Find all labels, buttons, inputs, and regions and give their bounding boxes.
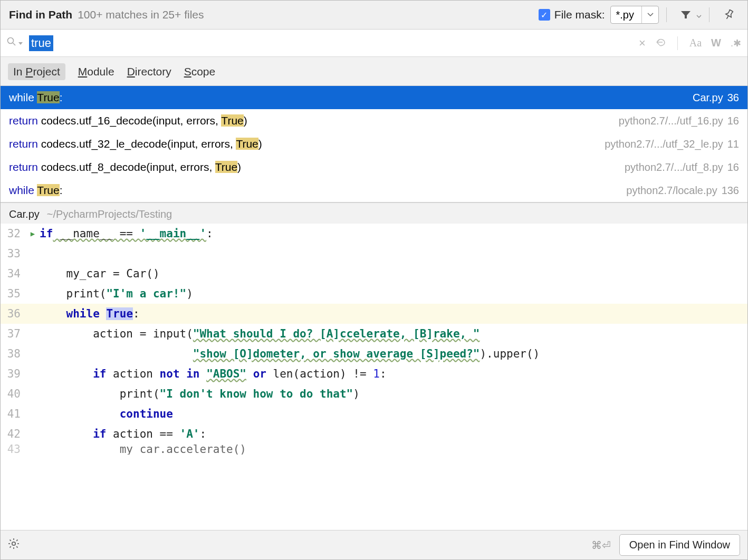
line-number: 32 (1, 224, 26, 244)
result-row[interactable]: while True:python2.7/locale.py136 (1, 179, 747, 202)
match-case-icon[interactable]: Aa (689, 37, 702, 49)
shortcut-hint: ⌘⏎ (591, 539, 611, 552)
search-input[interactable]: true (29, 30, 639, 56)
bottom-bar: ⌘⏎ Open in Find Window (1, 530, 747, 559)
search-history-dropdown-icon[interactable] (18, 41, 23, 46)
search-icon (7, 37, 16, 49)
open-in-find-window-button[interactable]: Open in Find Window (619, 534, 740, 556)
filter-dropdown-icon[interactable] (696, 8, 702, 21)
result-code: while True: (9, 184, 620, 197)
pin-icon[interactable] (718, 6, 739, 24)
chevron-down-icon[interactable] (641, 6, 658, 23)
file-mask-checkbox[interactable]: ✓ (539, 9, 550, 21)
result-row[interactable]: while True:Car.py36 (1, 86, 747, 109)
result-path: python2.7/.../utf_32_le.py (605, 138, 723, 150)
preview-file-path: ~/PycharmProjects/Testing (47, 208, 172, 220)
run-gutter-icon[interactable]: ▶ (26, 224, 40, 244)
gear-icon[interactable] (8, 538, 20, 553)
preview-header: Car.py ~/PycharmProjects/Testing (1, 202, 747, 224)
result-line-number: 136 (722, 185, 739, 197)
code-line: if __name__ == '__main__': (40, 224, 747, 244)
code-line: if action not in "ABOS" or len(action) !… (40, 364, 747, 384)
file-mask-combobox[interactable]: *.py (610, 6, 659, 24)
line-number: 35 (1, 284, 26, 304)
history-back-icon[interactable] (655, 37, 666, 49)
divider (709, 7, 709, 22)
svg-line-8 (16, 546, 17, 547)
titlebar: Find in Path 100+ matches in 25+ files ✓… (1, 1, 747, 30)
code-line: print("I don't know how to do that") (40, 384, 747, 404)
tab-scope[interactable]: Scope (184, 65, 216, 78)
line-number: 43 (1, 444, 26, 455)
result-code: return codecs.utf_8_decode(input, errors… (9, 161, 618, 173)
tab-in-project[interactable]: In Project (8, 63, 65, 80)
result-line-number: 36 (727, 92, 739, 104)
svg-line-1 (13, 43, 16, 46)
line-number: 39 (1, 364, 26, 384)
code-line: "show [O]dometer, or show average [S]pee… (40, 344, 747, 364)
svg-point-2 (12, 542, 15, 545)
dialog-title: Find in Path (9, 8, 72, 21)
line-number: 34 (1, 264, 26, 284)
result-code: return codecs.utf_32_le_decode(input, er… (9, 138, 598, 150)
result-line-number: 16 (727, 115, 739, 127)
tab-module[interactable]: Module (78, 65, 114, 78)
file-mask-label: File mask: (554, 8, 605, 21)
result-line-number: 16 (727, 161, 739, 173)
line-number: 36 (1, 304, 26, 324)
words-icon[interactable]: W (711, 37, 721, 49)
result-line-number: 11 (727, 138, 739, 150)
svg-line-7 (10, 539, 11, 540)
line-number: 42 (1, 424, 26, 444)
search-query-text: true (29, 35, 53, 51)
code-line: while True: (40, 304, 747, 324)
result-code: return codecs.utf_16_decode(input, error… (9, 114, 612, 127)
code-line: print("I'm a car!") (40, 284, 747, 304)
filter-icon[interactable] (675, 6, 696, 24)
line-number: 41 (1, 404, 26, 424)
line-number: 38 (1, 344, 26, 364)
result-row[interactable]: return codecs.utf_8_decode(input, errors… (1, 156, 747, 179)
preview-file-name: Car.py (9, 208, 40, 220)
file-mask-value: *.py (611, 9, 641, 21)
divider (677, 36, 678, 50)
preview-editor[interactable]: 32 ▶ if __name__ == '__main__': 33 34 my… (1, 224, 747, 530)
line-number: 40 (1, 384, 26, 404)
svg-line-10 (16, 539, 17, 540)
result-path: python2.7/locale.py (626, 185, 717, 197)
svg-point-0 (8, 38, 14, 44)
tab-directory[interactable]: Directory (127, 65, 171, 78)
result-row[interactable]: return codecs.utf_32_le_decode(input, er… (1, 132, 747, 156)
code-line: my_car = Car() (40, 264, 747, 284)
result-code: while True: (9, 91, 686, 104)
code-line: continue (40, 404, 747, 424)
divider (666, 7, 667, 22)
scope-tabs: In Project Module Directory Scope (1, 57, 747, 85)
result-path: python2.7/.../utf_8.py (625, 161, 723, 173)
result-path: python2.7/.../utf_16.py (619, 115, 723, 127)
svg-line-9 (10, 546, 11, 547)
line-number: 37 (1, 324, 26, 344)
result-path: Car.py (693, 92, 723, 104)
code-line: if action == 'A': (40, 424, 747, 444)
result-row[interactable]: return codecs.utf_16_decode(input, error… (1, 109, 747, 132)
clear-icon[interactable]: × (639, 36, 646, 50)
results-list: while True:Car.py36return codecs.utf_16_… (1, 85, 747, 202)
code-line: action = input("What should I do? [A]cce… (40, 324, 747, 344)
search-bar: true × Aa W .✱ (1, 30, 747, 57)
regex-icon[interactable]: .✱ (731, 37, 741, 49)
line-number: 33 (1, 244, 26, 264)
code-line: my_car.accelerate() (40, 444, 747, 455)
match-count: 100+ matches in 25+ files (78, 8, 204, 21)
